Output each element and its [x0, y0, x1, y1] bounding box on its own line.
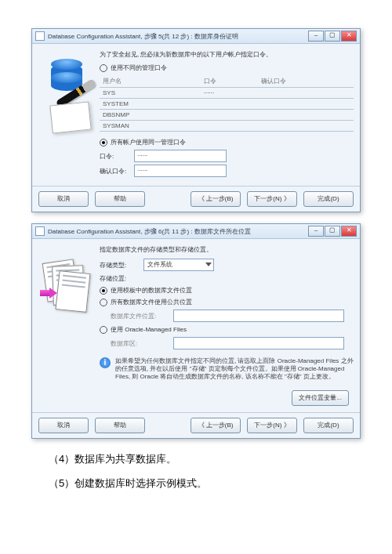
window-title: Database Configuration Assistant, 步骤 5(共…	[48, 32, 238, 41]
table-row: SYSMAN	[100, 121, 354, 132]
maximize-button[interactable]: ▢	[325, 31, 340, 42]
col-user: 用户名	[100, 75, 201, 88]
arrow-icon	[40, 288, 57, 299]
option-omf[interactable]: 使用 Oracle-Managed Files	[100, 325, 354, 334]
option-template-location[interactable]: 使用模板中的数据库文件位置	[100, 286, 354, 295]
hint-text: 指定数据库文件的存储类型和存储位置。	[100, 245, 354, 254]
option-same-password[interactable]: 所有帐户使用同一管理口令	[100, 138, 354, 147]
option-common-location[interactable]: 所有数据库文件使用公共位置	[100, 298, 354, 306]
wizard-side-graphic	[38, 49, 95, 179]
app-icon	[35, 226, 45, 236]
cancel-button[interactable]: 取消	[38, 418, 89, 433]
info-icon: i	[100, 357, 111, 368]
help-button[interactable]: 帮助	[95, 191, 145, 207]
db-file-loc-input[interactable]	[173, 310, 344, 322]
doc-line-5: （5）创建数据库时选择示例模式。	[49, 474, 361, 492]
confirm-password-input[interactable]: ······	[134, 165, 227, 177]
minimize-button[interactable]: –	[308, 31, 324, 42]
minimize-button[interactable]: –	[308, 226, 324, 237]
password-table: 用户名 口令 确认口令 SYS ······ SYSTEM DBSNMP	[100, 75, 354, 132]
next-button[interactable]: 下一步(N) 》	[247, 418, 297, 433]
option-label: 所有帐户使用同一管理口令	[111, 138, 186, 147]
back-button[interactable]: 《 上一步(B)	[191, 418, 241, 433]
password-input[interactable]: ······	[134, 150, 227, 162]
radio-icon	[100, 299, 107, 306]
option-label: 使用 Oracle-Managed Files	[111, 325, 187, 334]
file-location-vars-button[interactable]: 文件位置变量...	[292, 390, 349, 406]
dbca-step6-dialog: Database Configuration Assistant, 步骤 6(共…	[31, 223, 361, 439]
finish-button[interactable]: 完成(D)	[303, 191, 354, 207]
db-file-loc-label: 数据库文件位置:	[111, 312, 169, 320]
storage-type-combo[interactable]: 文件系统	[143, 259, 214, 271]
wizard-side-graphic	[38, 244, 95, 406]
storage-type-label: 存储类型:	[100, 261, 139, 270]
password-label: 口令:	[100, 152, 129, 161]
window-title: Database Configuration Assistant, 步骤 6(共…	[48, 227, 251, 236]
option-label: 使用不同的管理口令	[111, 63, 167, 72]
radio-icon	[100, 139, 107, 147]
app-icon	[35, 31, 45, 41]
radio-icon	[100, 326, 107, 334]
info-text: 如果希望为任何数据库文件指定不同的位置, 请选取上面除 Oracle-Manag…	[115, 357, 354, 381]
help-button[interactable]: 帮助	[95, 418, 145, 433]
finish-button[interactable]: 完成(D)	[303, 418, 354, 433]
dbca-step5-dialog: Database Configuration Assistant, 步骤 5(共…	[31, 28, 361, 212]
storage-location-label: 存储位置:	[100, 274, 354, 283]
titlebar: Database Configuration Assistant, 步骤 6(共…	[32, 224, 360, 239]
titlebar: Database Configuration Assistant, 步骤 5(共…	[32, 29, 360, 44]
option-different-passwords[interactable]: 使用不同的管理口令	[100, 63, 354, 72]
dialog-footer: 取消 帮助 《 上一步(B) 下一步(N) 》 完成(D)	[32, 186, 360, 212]
option-label: 所有数据库文件使用公共位置	[111, 298, 192, 306]
next-button[interactable]: 下一步(N) 》	[247, 191, 297, 207]
close-button[interactable]: ✕	[341, 226, 357, 237]
option-label: 使用模板中的数据库文件位置	[111, 286, 192, 295]
db-area-label: 数据库区:	[111, 339, 169, 348]
db-area-input[interactable]	[173, 337, 344, 349]
hint-text: 为了安全起见, 您必须为新数据库中的以下用户帐户指定口令。	[100, 50, 354, 59]
maximize-button[interactable]: ▢	[325, 226, 340, 237]
radio-icon	[100, 287, 107, 295]
back-button[interactable]: 《 上一步(B)	[191, 191, 241, 207]
col-pw: 口令	[201, 75, 258, 88]
table-row: SYSTEM	[100, 99, 354, 110]
table-row: DBSNMP	[100, 110, 354, 121]
doc-line-4: （4）数据库为共享数据库。	[49, 450, 361, 468]
table-row: SYS ······	[100, 88, 354, 99]
col-pw2: 确认口令	[258, 75, 354, 88]
confirm-password-label: 确认口令:	[100, 167, 129, 176]
cancel-button[interactable]: 取消	[38, 191, 89, 207]
close-button[interactable]: ✕	[341, 31, 357, 42]
radio-icon	[100, 64, 107, 72]
info-box: i 如果希望为任何数据库文件指定不同的位置, 请选取上面除 Oracle-Man…	[100, 356, 354, 382]
dialog-footer: 取消 帮助 《 上一步(B) 下一步(N) 》 完成(D)	[32, 412, 360, 438]
